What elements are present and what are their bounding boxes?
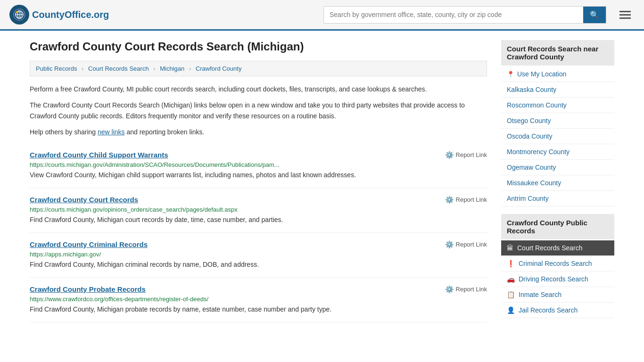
nearby-county-1[interactable]: Roscommon County: [501, 98, 614, 113]
nav-item-0[interactable]: 🏛 Court Records Search: [501, 240, 614, 256]
report-link-2[interactable]: ⚙️ Report Link: [445, 240, 487, 249]
report-link-1[interactable]: ⚙️ Report Link: [445, 196, 487, 204]
nav-link-3[interactable]: Inmate Search: [519, 291, 561, 298]
nearby-county-6[interactable]: Missaukee County: [501, 175, 614, 191]
nav-label-0: Court Records Search: [517, 244, 583, 252]
report-icon-0: ⚙️: [445, 151, 454, 159]
report-icon-2: ⚙️: [445, 240, 454, 249]
nearby-section-title: Court Records Search near Crawford Count…: [501, 40, 614, 66]
search-button[interactable]: 🔍: [583, 7, 606, 23]
nav-item-2[interactable]: 🚗 Driving Records Search: [501, 272, 614, 287]
site-logo[interactable]: CountyOffice.org: [9, 5, 109, 25]
nearby-county-link-7[interactable]: Antrim County: [507, 195, 549, 202]
report-link-0[interactable]: ⚙️ Report Link: [445, 151, 487, 159]
nearby-county-5[interactable]: Ogemaw County: [501, 160, 614, 175]
nearby-county-4[interactable]: Montmorency County: [501, 144, 614, 160]
description-para1: Perform a free Crawford County, MI publi…: [30, 84, 487, 94]
result-header-1: Crawford County Court Records ⚙️ Report …: [30, 196, 487, 204]
result-title-3[interactable]: Crawford County Probate Records: [30, 285, 146, 293]
breadcrumb-public-records[interactable]: Public Records: [36, 65, 77, 72]
nav-icon-3: 📋: [507, 291, 515, 298]
report-link-label-2: Report Link: [456, 241, 487, 248]
nearby-county-7[interactable]: Antrim County: [501, 191, 614, 206]
public-records-section-title: Crawford County Public Records: [501, 214, 614, 239]
result-url-0[interactable]: https://courts.michigan.gov/Administrati…: [30, 161, 487, 168]
result-url-3[interactable]: https://www.crawfordco.org/offices-depar…: [30, 296, 487, 303]
sidebar: Court Records Search near Crawford Count…: [501, 40, 614, 322]
report-link-label-3: Report Link: [456, 286, 487, 293]
result-title-2[interactable]: Crawford County Criminal Records: [30, 240, 148, 248]
report-link-label-1: Report Link: [456, 196, 487, 203]
nav-item-1[interactable]: ❗ Criminal Records Search: [501, 256, 614, 272]
breadcrumb-michigan[interactable]: Michigan: [160, 65, 184, 72]
site-header: CountyOffice.org 🔍: [0, 0, 644, 31]
results-list: Crawford County Child Support Warrants ⚙…: [30, 143, 487, 322]
description-para3: Help others by sharing new links and rep…: [30, 127, 487, 137]
nav-link-4[interactable]: Jail Records Search: [519, 306, 578, 314]
location-icon: 📍: [507, 71, 514, 78]
nearby-county-link-0[interactable]: Kalkaska County: [507, 86, 556, 93]
report-icon-1: ⚙️: [445, 196, 454, 204]
content-area: Crawford County Court Records Search (Mi…: [30, 40, 487, 322]
result-item-2: Crawford County Criminal Records ⚙️ Repo…: [30, 233, 487, 278]
result-description-0: View Crawford County, Michigan child sup…: [30, 170, 487, 180]
public-records-section: Crawford County Public Records 🏛 Court R…: [501, 214, 614, 318]
nearby-county-2[interactable]: Otsego County: [501, 113, 614, 129]
result-description-3: Find Crawford County, Michigan probate r…: [30, 304, 487, 314]
use-my-location-item[interactable]: 📍 Use My Location: [501, 66, 614, 82]
nav-icon-0: 🏛: [507, 244, 513, 252]
nearby-county-link-3[interactable]: Oscoda County: [507, 132, 553, 140]
menu-button[interactable]: [616, 9, 635, 21]
breadcrumb: Public Records › Court Records Search › …: [30, 61, 487, 76]
breadcrumb-sep-3: ›: [189, 65, 191, 72]
search-icon: 🔍: [590, 11, 599, 19]
new-links-link[interactable]: new links: [98, 128, 125, 136]
nav-link-2[interactable]: Driving Records Search: [519, 275, 588, 283]
result-item-3: Crawford County Probate Records ⚙️ Repor…: [30, 278, 487, 322]
nav-link-1[interactable]: Criminal Records Search: [519, 260, 592, 267]
logo-text: CountyOffice.org: [32, 9, 109, 20]
report-link-label-0: Report Link: [456, 151, 487, 158]
description-para2: The Crawford County Court Records Search…: [30, 100, 487, 121]
breadcrumb-court-records-search[interactable]: Court Records Search: [88, 65, 149, 72]
result-url-1[interactable]: https://courts.michigan.gov/opinions_ord…: [30, 206, 487, 213]
nearby-county-3[interactable]: Oscoda County: [501, 129, 614, 144]
result-item-0: Crawford County Child Support Warrants ⚙…: [30, 143, 487, 188]
nearby-links: 📍 Use My Location Kalkaska CountyRoscomm…: [501, 66, 614, 206]
nearby-county-link-4[interactable]: Montmorency County: [507, 148, 570, 156]
nav-item-4[interactable]: 👤 Jail Records Search: [501, 303, 614, 318]
breadcrumb-sep-2: ›: [153, 65, 155, 72]
main-container: Crawford County Court Records Search (Mi…: [20, 31, 624, 332]
result-description-2: Find Crawford County, Michigan criminal …: [30, 260, 487, 270]
result-header-3: Crawford County Probate Records ⚙️ Repor…: [30, 285, 487, 294]
nav-icon-2: 🚗: [507, 275, 515, 283]
result-item-1: Crawford County Court Records ⚙️ Report …: [30, 188, 487, 233]
result-description-1: Find Crawford County, Michigan court rec…: [30, 215, 487, 225]
logo-icon: [9, 5, 29, 25]
hamburger-icon: [619, 11, 631, 19]
report-link-3[interactable]: ⚙️ Report Link: [445, 285, 487, 294]
search-bar: 🔍: [323, 6, 606, 24]
result-title-1[interactable]: Crawford County Court Records: [30, 196, 138, 204]
page-title: Crawford County Court Records Search (Mi…: [30, 40, 487, 53]
nav-item-3[interactable]: 📋 Inmate Search: [501, 287, 614, 303]
nav-icon-1: ❗: [507, 260, 515, 267]
nearby-county-link-1[interactable]: Roscommon County: [507, 101, 567, 109]
breadcrumb-crawford-county[interactable]: Crawford County: [196, 65, 242, 72]
public-records-nav: 🏛 Court Records Search ❗ Criminal Record…: [501, 240, 614, 318]
nearby-county-link-2[interactable]: Otsego County: [507, 117, 551, 124]
result-title-0[interactable]: Crawford County Child Support Warrants: [30, 151, 168, 159]
use-my-location-link[interactable]: Use My Location: [517, 70, 566, 78]
breadcrumb-sep-1: ›: [82, 65, 83, 72]
nearby-county-link-5[interactable]: Ogemaw County: [507, 164, 556, 171]
search-input[interactable]: [324, 7, 583, 23]
result-header-0: Crawford County Child Support Warrants ⚙…: [30, 151, 487, 159]
nearby-county-link-6[interactable]: Missaukee County: [507, 179, 561, 187]
nav-icon-4: 👤: [507, 306, 515, 314]
svg-point-5: [16, 11, 17, 13]
nearby-county-0[interactable]: Kalkaska County: [501, 82, 614, 98]
nearby-counties-list: Kalkaska CountyRoscommon CountyOtsego Co…: [501, 82, 614, 206]
result-url-2[interactable]: https://apps.michigan.gov/: [30, 251, 487, 258]
result-header-2: Crawford County Criminal Records ⚙️ Repo…: [30, 240, 487, 249]
report-icon-3: ⚙️: [445, 285, 454, 294]
